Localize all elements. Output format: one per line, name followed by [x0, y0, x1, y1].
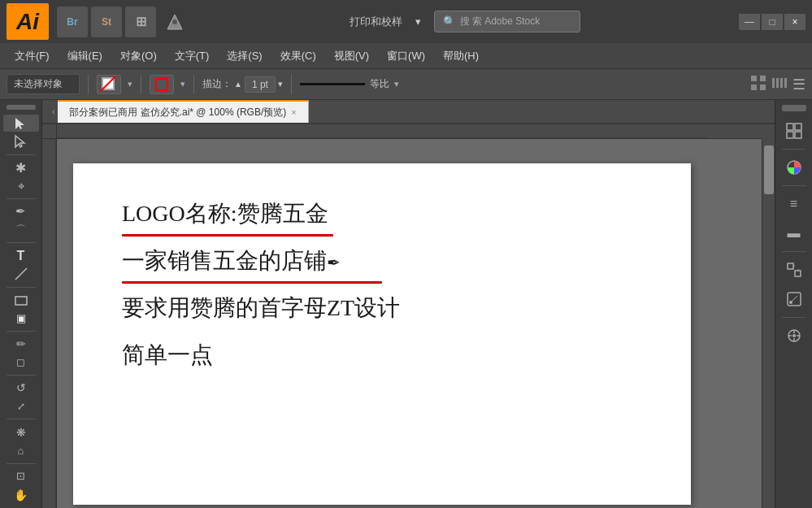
symbol-tool[interactable]: ❋: [3, 423, 39, 441]
svg-line-2: [100, 76, 116, 92]
canvas-with-rulers: ‹ 部分案例已商用 盗仿必究.ai* @ 100% (RGB/预览) ×: [42, 100, 775, 508]
tab-scroll-left[interactable]: ‹: [49, 100, 58, 123]
stock-icon[interactable]: St: [91, 7, 122, 37]
tab-bar: ‹ 部分案例已商用 盗仿必究.ai* @ 100% (RGB/预览) ×: [42, 100, 775, 124]
svg-rect-19: [787, 132, 793, 138]
workspace-icon[interactable]: ⊞: [125, 7, 156, 37]
rotate-tool[interactable]: ↺: [3, 380, 39, 397]
wheel-btn[interactable]: [779, 323, 809, 349]
window-controls[interactable]: — □ ×: [739, 14, 805, 30]
tool-separator-3: [7, 242, 36, 243]
image-trace-btn[interactable]: [779, 286, 809, 312]
ratio-dropdown[interactable]: ▾: [394, 79, 399, 89]
canvas-viewport-row: LOGO名称:赞腾五金 一家销售五金的店铺✒ 要求用赞腾的首字母ZT设计: [42, 139, 775, 508]
divider-3: [193, 75, 194, 94]
arrangement-icon[interactable]: [159, 7, 190, 37]
eraser-tool[interactable]: ◻: [3, 354, 39, 371]
ruler-horizontal: [57, 124, 762, 139]
svg-rect-10: [784, 78, 787, 88]
direct-selection-tool[interactable]: [3, 133, 39, 150]
stroke-dropdown-btn[interactable]: ▾: [278, 79, 283, 89]
magic-wand-tool[interactable]: ✱: [3, 159, 39, 176]
divider-2: [141, 75, 141, 94]
tool-separator-1: [7, 154, 36, 155]
line3-text: 要求用赞腾的首字母ZT设计: [122, 295, 400, 320]
stroke-swatch[interactable]: [150, 75, 174, 94]
bridge-icon[interactable]: Br: [57, 7, 88, 37]
scroll-thumb[interactable]: [764, 145, 774, 194]
svg-marker-12: [15, 136, 24, 147]
minimize-button[interactable]: —: [739, 14, 760, 30]
left-toolbar: ✱ ⌖ ✒ ⌒ T ▣ ✏ ◻ ↺ ⤢ ❋ ⌂ ⊡ ✋: [0, 100, 42, 508]
title-center: 打印和校样 ▾ 🔍 搜 索 Adobe Stock: [195, 11, 734, 33]
text-line-1: LOGO名称:赞腾五金: [122, 196, 642, 237]
svg-rect-3: [751, 76, 757, 81]
svg-point-1: [172, 20, 177, 24]
artboard-tool[interactable]: ⊡: [3, 468, 39, 485]
stroke-width-group: 描边： ▲ 1 pt ▾: [202, 76, 283, 93]
search-icon: 🔍: [443, 15, 456, 28]
tab-close-button[interactable]: ×: [291, 107, 296, 117]
right-sep-4: [782, 317, 806, 318]
close-button[interactable]: ×: [784, 14, 805, 30]
scale-tool[interactable]: ⤢: [3, 398, 39, 415]
stroke-up-arrow[interactable]: ▲: [234, 80, 242, 89]
equal-ratio-label: 等比: [370, 77, 389, 91]
underline-1: [122, 234, 333, 237]
pen-tool[interactable]: ✒: [3, 203, 39, 220]
svg-rect-7: [772, 78, 775, 88]
distribute-icon[interactable]: [771, 75, 788, 94]
align-grid-icon[interactable]: [750, 75, 766, 94]
column-graph-tool[interactable]: ⌂: [3, 442, 39, 459]
app-icon-group: Br St ⊞: [57, 7, 190, 37]
maximize-button[interactable]: □: [762, 14, 783, 30]
pencil-tool[interactable]: ✏: [3, 336, 39, 353]
menu-edit[interactable]: 编辑(E): [59, 46, 111, 67]
selection-tool[interactable]: [3, 115, 39, 132]
hand-tool[interactable]: ✋: [3, 486, 39, 503]
menu-file[interactable]: 文件(F): [7, 46, 58, 67]
svg-rect-14: [15, 297, 27, 305]
properties-icon[interactable]: ☰: [792, 76, 805, 93]
transform-panel-btn[interactable]: [779, 257, 809, 283]
stroke-style-group: 等比 ▾: [300, 77, 399, 91]
fill-dropdown-arrow[interactable]: ▾: [128, 79, 132, 89]
scroll-bar-vertical[interactable]: [762, 139, 775, 508]
rectangle-tool[interactable]: [3, 291, 39, 308]
text-line-2: 一家销售五金的店铺✒: [122, 243, 642, 284]
stroke-dropdown-arrow[interactable]: ▾: [180, 79, 185, 89]
menu-window[interactable]: 窗口(W): [379, 46, 433, 67]
line-tool[interactable]: [3, 266, 39, 283]
tool-separator-2: [7, 198, 36, 199]
fill-swatch[interactable]: [97, 75, 121, 94]
svg-rect-23: [795, 271, 801, 276]
menu-effect[interactable]: 效果(C): [272, 46, 324, 67]
curvature-tool[interactable]: ⌒: [3, 222, 39, 239]
stroke-panel-btn[interactable]: ≡: [779, 191, 809, 217]
pen-cursor-icon: ✒: [327, 254, 341, 271]
svg-line-13: [15, 268, 27, 280]
menu-bar: 文件(F) 编辑(E) 对象(O) 文字(T) 选择(S) 效果(C) 视图(V…: [0, 43, 812, 69]
properties-panel-btn[interactable]: [779, 118, 809, 144]
menu-view[interactable]: 视图(V): [326, 46, 377, 67]
divider-4: [291, 75, 292, 94]
fill-tool[interactable]: ▣: [3, 310, 39, 327]
document-tab[interactable]: 部分案例已商用 盗仿必究.ai* @ 100% (RGB/预览) ×: [58, 100, 308, 123]
svg-rect-5: [751, 85, 757, 90]
lasso-tool[interactable]: ⌖: [3, 177, 39, 194]
right-panel: ≡ ▬: [775, 100, 812, 508]
menu-object[interactable]: 对象(O): [112, 46, 165, 67]
line1-text: LOGO名称:赞腾五金: [122, 201, 328, 226]
svg-point-28: [789, 301, 792, 304]
adobe-stock-search[interactable]: 🔍 搜 索 Adobe Stock: [434, 11, 580, 33]
menu-select[interactable]: 选择(S): [219, 46, 270, 67]
gradient-panel-btn[interactable]: ▬: [779, 220, 809, 246]
right-scroll-indicator: [782, 105, 806, 111]
ruler-vertical: [42, 139, 57, 508]
menu-help[interactable]: 帮助(H): [435, 46, 487, 67]
right-sep-3: [782, 251, 806, 252]
menu-type[interactable]: 文字(T): [167, 46, 218, 67]
svg-rect-22: [788, 263, 793, 269]
color-panel-btn[interactable]: [779, 154, 809, 180]
type-tool[interactable]: T: [3, 247, 39, 264]
